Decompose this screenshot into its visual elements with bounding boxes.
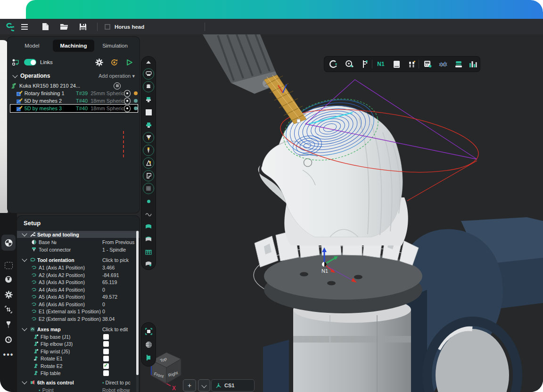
show-solid-icon[interactable] bbox=[141, 258, 156, 270]
axes-map-header[interactable]: Axes map Click to edit bbox=[17, 326, 140, 333]
operation-radio[interactable] bbox=[124, 98, 131, 105]
setup-row-base[interactable]: Base №From Previous bbox=[17, 238, 140, 245]
axis-row-a2[interactable]: A2 (Axis A2 Position)-84.691 bbox=[17, 271, 140, 278]
checkbox-flip-wrist[interactable] bbox=[103, 349, 109, 354]
setup-scrollbar-thumb[interactable] bbox=[136, 231, 139, 375]
toolpath-link-line bbox=[123, 131, 124, 157]
sixth-axis-sub-row[interactable]: •Point Robot elbow bbox=[17, 386, 140, 392]
operation-row-1[interactable]: Rotary finishing 1 T#39 25mm Spherica bbox=[10, 90, 138, 97]
operation-name: Rotary finishing 1 bbox=[25, 90, 76, 96]
more-tools-icon[interactable]: ••• bbox=[0, 349, 17, 361]
measure-tape-icon[interactable] bbox=[342, 57, 356, 72]
operation-radio[interactable] bbox=[124, 90, 131, 97]
operation-row-2[interactable]: 5D by meshes 2 T#40 18mm Spherica bbox=[10, 97, 138, 105]
drill-tool-icon[interactable] bbox=[0, 318, 17, 331]
tab-machining[interactable]: Machining bbox=[53, 40, 94, 52]
axes-map-row-rotate-e2[interactable]: Rotate E2 bbox=[17, 362, 140, 369]
run-simulation-icon[interactable] bbox=[123, 57, 135, 68]
operations-collapse-icon[interactable] bbox=[12, 73, 17, 78]
axis-row-e1[interactable]: E1 (External axis 1 Position)0 bbox=[17, 308, 140, 315]
checkbox-flip-table[interactable] bbox=[103, 370, 109, 376]
checkbox-rotate-e1[interactable] bbox=[103, 356, 109, 361]
new-file-icon[interactable] bbox=[40, 21, 51, 33]
links-toggle[interactable] bbox=[24, 59, 36, 65]
show-mesh-icon[interactable] bbox=[141, 183, 156, 194]
show-grid-surface-icon[interactable] bbox=[141, 246, 156, 258]
swap-axes-icon[interactable] bbox=[0, 303, 17, 316]
operation-row-3-selected[interactable]: 5D by meshes 3 T#40 18mm Spherica bbox=[10, 105, 138, 112]
show-points-icon[interactable] bbox=[141, 196, 156, 207]
sixth-axis-header[interactable]: 6th axis control • Direct to pc bbox=[17, 379, 140, 386]
app-window: Horus head bbox=[0, 0, 543, 392]
gear-icon[interactable] bbox=[0, 288, 17, 301]
recalculate-icon[interactable] bbox=[108, 57, 120, 68]
show-fixture-icon[interactable] bbox=[141, 119, 156, 131]
dashboard-icon[interactable] bbox=[0, 273, 17, 286]
zoom-fit-icon[interactable] bbox=[141, 326, 156, 337]
setup-row-connector[interactable]: Tool connector1 - Spindle bbox=[17, 246, 140, 253]
coordinate-system-icon bbox=[215, 383, 222, 389]
checkbox-flip-elbow[interactable] bbox=[103, 341, 109, 347]
axis-row-a4[interactable]: A4 (Axis A4 Position)0 bbox=[17, 286, 140, 293]
calculator-icon[interactable] bbox=[420, 57, 435, 72]
axes-map-row-rotate-e1[interactable]: Rotate E1 bbox=[17, 355, 140, 362]
add-operation-button[interactable]: Add operation ▾ bbox=[99, 73, 135, 79]
axis-row-e2[interactable]: E2 (External axis 2 Position)38.04 bbox=[17, 315, 140, 322]
statistics-bars-icon[interactable] bbox=[466, 57, 480, 72]
machine-row[interactable]: Kuka KR150 180 210 24... bbox=[10, 82, 138, 90]
operation-radio[interactable] bbox=[124, 105, 131, 112]
titlebar-divider bbox=[97, 23, 98, 31]
axis-row-a3[interactable]: A3 (Axis A3 Position)65.119 bbox=[17, 278, 140, 286]
axis-row-a6[interactable]: A6 (Axis A6 Position)0 bbox=[17, 301, 140, 308]
cs-list-dropdown[interactable] bbox=[198, 379, 210, 392]
show-result-icon[interactable] bbox=[141, 170, 156, 181]
tool-pair-icon[interactable] bbox=[405, 57, 419, 72]
open-file-icon[interactable] bbox=[58, 21, 70, 33]
axes-map-row-flip-base[interactable]: Flip base (J1) bbox=[17, 333, 140, 340]
render-mode-icon[interactable] bbox=[141, 339, 156, 350]
app-logo[interactable] bbox=[4, 21, 15, 33]
show-drill-icon[interactable] bbox=[141, 145, 156, 156]
machine-menu-icon[interactable] bbox=[114, 82, 121, 90]
show-faces-icon[interactable] bbox=[141, 234, 156, 245]
datum-position-icon[interactable] bbox=[0, 237, 17, 249]
frame-label-toggle[interactable]: N1 bbox=[374, 57, 388, 72]
graph-analysis-icon[interactable] bbox=[436, 57, 450, 72]
viewport-3d-scene[interactable]: N1 Z X Top Front Right bbox=[140, 34, 543, 392]
tab-simulation[interactable]: Simulation bbox=[94, 40, 136, 52]
layers-stack-icon[interactable] bbox=[452, 57, 466, 72]
tab-model[interactable]: Model bbox=[11, 40, 53, 52]
checkbox-rotate-e2[interactable] bbox=[103, 363, 109, 369]
checkbox-flip-base[interactable] bbox=[103, 334, 109, 340]
operation-desc: 18mm Spherica bbox=[90, 106, 123, 111]
machine-time-icon[interactable] bbox=[0, 334, 17, 346]
cs1-tab[interactable]: CS1 bbox=[211, 379, 255, 392]
section-view-icon[interactable] bbox=[141, 352, 156, 363]
axis-row-a1[interactable]: A1 (Axis A1 Position)3.466 bbox=[17, 264, 140, 271]
show-stock-icon[interactable] bbox=[141, 157, 156, 169]
snap-icon[interactable] bbox=[327, 57, 341, 72]
show-cutter-icon[interactable] bbox=[141, 132, 156, 143]
show-surfaces-icon[interactable] bbox=[141, 221, 156, 232]
axis-row-a5[interactable]: A5 (Axis A5 Position)49.572 bbox=[17, 293, 140, 300]
selection-marquee-icon[interactable] bbox=[0, 259, 17, 271]
document-tab[interactable]: Horus head bbox=[104, 24, 144, 30]
scroll-up-icon[interactable] bbox=[141, 57, 156, 68]
caliper-icon[interactable] bbox=[358, 57, 372, 72]
setup-tooling-header[interactable]: Setup and tooling bbox=[17, 231, 140, 238]
add-coordinate-system-button[interactable]: + bbox=[183, 379, 196, 392]
save-icon[interactable] bbox=[77, 21, 89, 33]
axes-map-row-flip-table[interactable]: Flip table bbox=[17, 369, 140, 376]
tool-orientation-header[interactable]: Tool orientation Click to pick bbox=[17, 256, 140, 263]
notes-icon[interactable] bbox=[389, 57, 403, 72]
axes-map-row-flip-wrist[interactable]: Flip wrist (J5) bbox=[17, 348, 140, 355]
show-tool-holder-icon[interactable] bbox=[141, 81, 156, 92]
show-spindle-icon[interactable] bbox=[141, 94, 156, 105]
settings-gear-icon[interactable] bbox=[93, 57, 105, 68]
show-workpiece-icon[interactable] bbox=[141, 106, 156, 118]
axes-map-row-flip-elbow[interactable]: Flip elbow (J3) bbox=[17, 340, 140, 347]
main-menu-icon[interactable] bbox=[19, 21, 30, 33]
titlebar-divider2 bbox=[205, 23, 205, 31]
show-machine-icon[interactable] bbox=[141, 68, 156, 80]
show-curves-icon[interactable] bbox=[141, 208, 156, 220]
